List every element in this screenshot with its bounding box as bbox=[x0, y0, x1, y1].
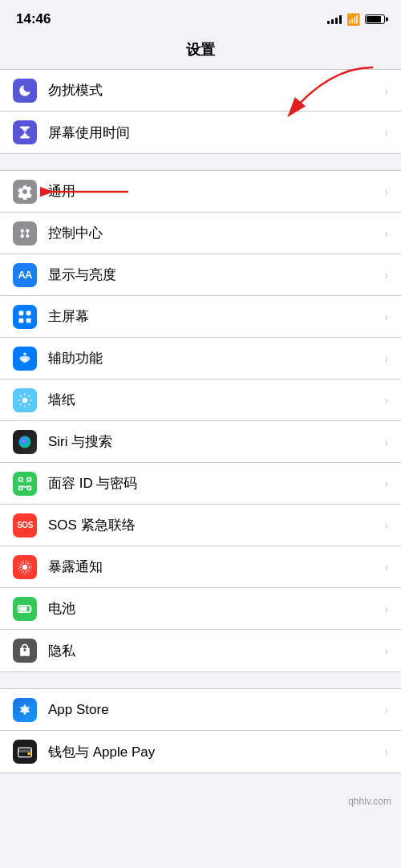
dnd-chevron: › bbox=[384, 84, 388, 97]
svg-rect-12 bbox=[26, 310, 31, 315]
settings-group-2: 通用 › 控制中心 › AA bbox=[0, 170, 401, 672]
svg-rect-20 bbox=[19, 477, 22, 481]
svg-rect-14 bbox=[26, 318, 31, 322]
svg-rect-29 bbox=[18, 748, 32, 757]
controlcenter-chevron: › bbox=[384, 227, 388, 240]
svg-point-24 bbox=[22, 564, 28, 570]
svg-point-15 bbox=[23, 352, 26, 355]
settings-group-3: App Store › 钱包与 Apple Pay › bbox=[0, 688, 401, 773]
display-label: 显示与亮度 bbox=[48, 266, 378, 284]
display-icon: AA bbox=[13, 263, 37, 287]
display-chevron: › bbox=[384, 269, 388, 282]
screentime-chevron: › bbox=[384, 126, 388, 139]
wallpaper-chevron: › bbox=[384, 394, 388, 407]
svg-rect-1 bbox=[20, 136, 30, 139]
wallpaper-icon bbox=[13, 388, 37, 412]
accessibility-chevron: › bbox=[384, 352, 388, 365]
general-icon bbox=[13, 180, 37, 204]
svg-rect-13 bbox=[19, 318, 24, 322]
row-exposure[interactable]: 暴露通知 › bbox=[0, 546, 401, 588]
exposure-chevron: › bbox=[384, 561, 388, 574]
svg-point-5 bbox=[21, 229, 24, 232]
battery-chevron: › bbox=[384, 602, 388, 615]
svg-point-18 bbox=[22, 397, 28, 403]
privacy-label: 隐私 bbox=[48, 642, 378, 660]
svg-rect-11 bbox=[19, 310, 24, 315]
wallet-chevron: › bbox=[384, 745, 388, 758]
settings-group-1: 勿扰模式 › 屏幕使用时间 › bbox=[0, 69, 401, 154]
general-chevron: › bbox=[384, 185, 388, 198]
row-siri[interactable]: Siri 与搜索 › bbox=[0, 421, 401, 463]
row-screentime[interactable]: 屏幕使用时间 › bbox=[0, 112, 401, 153]
controlcenter-icon bbox=[13, 221, 37, 245]
faceid-label: 面容 ID 与密码 bbox=[48, 474, 378, 493]
screentime-label: 屏幕使用时间 bbox=[48, 124, 378, 142]
exposure-label: 暴露通知 bbox=[48, 558, 378, 576]
appstore-icon bbox=[13, 698, 37, 722]
accessibility-icon bbox=[13, 347, 37, 371]
row-display[interactable]: AA 显示与亮度 › bbox=[0, 254, 401, 296]
signal-icon bbox=[327, 14, 342, 24]
svg-rect-23 bbox=[27, 486, 30, 489]
row-wallet[interactable]: 钱包与 Apple Pay › bbox=[0, 731, 401, 773]
appstore-chevron: › bbox=[384, 704, 388, 716]
battery-row-icon bbox=[13, 597, 37, 621]
dnd-icon bbox=[13, 79, 37, 103]
appstore-label: App Store bbox=[48, 702, 378, 718]
status-time: 14:46 bbox=[16, 11, 51, 27]
sos-chevron: › bbox=[384, 519, 388, 532]
faceid-chevron: › bbox=[384, 477, 388, 490]
row-faceid[interactable]: 面容 ID 与密码 › bbox=[0, 463, 401, 505]
sos-label: SOS 紧急联络 bbox=[48, 516, 378, 534]
svg-rect-30 bbox=[18, 750, 32, 752]
sos-icon: SOS bbox=[13, 513, 37, 537]
wallet-icon bbox=[13, 740, 37, 764]
watermark-text: qhhlv.com bbox=[348, 796, 391, 807]
battery-label: 电池 bbox=[48, 599, 378, 618]
svg-point-32 bbox=[29, 752, 31, 755]
accessibility-label: 辅助功能 bbox=[48, 349, 378, 367]
homescreen-icon bbox=[13, 305, 37, 329]
general-label: 通用 bbox=[48, 182, 378, 201]
battery-status-icon bbox=[365, 14, 385, 24]
homescreen-label: 主屏幕 bbox=[48, 307, 378, 326]
status-icons: 📶 bbox=[327, 13, 385, 26]
wifi-icon: 📶 bbox=[346, 13, 360, 26]
row-dnd[interactable]: 勿扰模式 › bbox=[0, 70, 401, 112]
row-wallpaper[interactable]: 墙纸 › bbox=[0, 379, 401, 421]
faceid-icon bbox=[13, 472, 37, 496]
svg-rect-22 bbox=[19, 486, 22, 489]
screentime-icon bbox=[13, 120, 37, 144]
svg-point-8 bbox=[26, 234, 29, 237]
wallet-label: 钱包与 Apple Pay bbox=[48, 743, 378, 761]
watermark: qhhlv.com bbox=[0, 789, 401, 813]
row-appstore[interactable]: App Store › bbox=[0, 689, 401, 731]
dnd-label: 勿扰模式 bbox=[48, 81, 378, 99]
row-sos[interactable]: SOS SOS 紧急联络 › bbox=[0, 505, 401, 546]
siri-chevron: › bbox=[384, 436, 388, 448]
row-battery[interactable]: 电池 › bbox=[0, 588, 401, 630]
svg-rect-21 bbox=[27, 477, 30, 481]
controlcenter-label: 控制中心 bbox=[48, 224, 378, 242]
wallpaper-label: 墙纸 bbox=[48, 391, 378, 409]
row-accessibility[interactable]: 辅助功能 › bbox=[0, 338, 401, 379]
row-controlcenter[interactable]: 控制中心 › bbox=[0, 213, 401, 254]
siri-icon bbox=[13, 430, 37, 454]
svg-rect-28 bbox=[19, 606, 26, 610]
privacy-icon bbox=[13, 639, 37, 663]
exposure-icon bbox=[13, 555, 37, 579]
siri-label: Siri 与搜索 bbox=[48, 432, 378, 451]
row-privacy[interactable]: 隐私 › bbox=[0, 630, 401, 671]
status-bar: 14:46 📶 bbox=[0, 0, 401, 34]
row-general[interactable]: 通用 › bbox=[0, 171, 401, 213]
svg-rect-0 bbox=[20, 127, 30, 129]
privacy-chevron: › bbox=[384, 644, 388, 657]
row-homescreen[interactable]: 主屏幕 › bbox=[0, 296, 401, 338]
svg-point-19 bbox=[19, 436, 31, 448]
page-title: 设置 bbox=[0, 34, 401, 69]
homescreen-chevron: › bbox=[384, 310, 388, 323]
